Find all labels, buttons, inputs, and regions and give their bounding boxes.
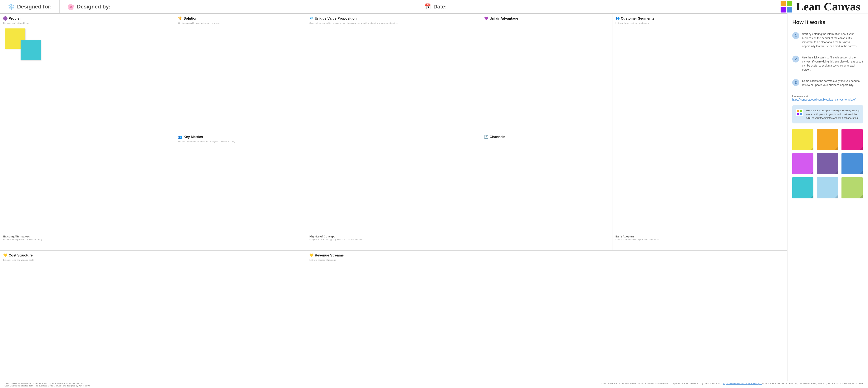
stash-sticky-orange[interactable] xyxy=(817,129,838,150)
designed-by-icon: 🌸 xyxy=(67,3,74,10)
stash-sticky-blue[interactable] xyxy=(841,153,863,174)
footer-right-line2: or send a letter to Creative Commons, 17… xyxy=(762,382,864,385)
problem-header: Problem xyxy=(3,16,172,21)
step-3-text: Come back to the canvas everytime you ne… xyxy=(802,79,863,87)
uvp-header: 💎 Unique Value Proposition xyxy=(309,16,478,21)
key-metrics-title: Key Metrics xyxy=(184,135,203,139)
channels-cell: 🔄 Channels xyxy=(481,132,613,250)
key-metrics-icon: 👥 xyxy=(178,135,182,139)
stash-sticky-purple-light[interactable] xyxy=(792,153,813,174)
step-3: 3 Come back to the canvas everytime you … xyxy=(792,79,863,87)
customer-segments-icon: 👥 xyxy=(616,16,620,21)
unfair-advantage-header: 💜 Unfair Advantage xyxy=(484,16,609,21)
how-it-works-title: How it works xyxy=(792,19,863,25)
cost-structure-title: Cost Structure xyxy=(9,253,33,258)
stash-sticky-light-blue[interactable] xyxy=(817,177,838,199)
canvas-upper-row: Problem List your top 1 - 3 problems. Ex… xyxy=(0,13,787,132)
svg-rect-0 xyxy=(797,110,799,112)
canvas-wrapper: Problem List your top 1 - 3 problems. Ex… xyxy=(0,13,787,381)
conceptboard-icon xyxy=(797,110,803,115)
channels-icon: 🔄 xyxy=(484,135,489,139)
designed-for-label: Designed for: xyxy=(17,4,52,10)
stash-sticky-cyan[interactable] xyxy=(792,177,813,199)
promo-text: Get the full Conceptboard experience by … xyxy=(806,109,860,120)
logo-sq-3 xyxy=(781,7,786,12)
logo-sq-2 xyxy=(787,1,792,6)
revenue-streams-desc: List your sources of revenue. xyxy=(309,259,784,262)
learn-more-prefix: Learn more at xyxy=(792,95,808,98)
designed-for-icon: ❄️ xyxy=(8,3,15,10)
solution-desc: Outline a possible solution for each pro… xyxy=(178,22,303,25)
logo-sq-1 xyxy=(781,1,786,6)
unfair-advantage-cell: 💜 Unfair Advantage xyxy=(481,13,613,132)
date-label: Date: xyxy=(433,4,447,10)
date-icon: 📅 xyxy=(424,3,431,10)
solution-icon: 🏆 xyxy=(178,16,182,21)
footer-right-text: This work is licensed under the Creative… xyxy=(598,382,722,385)
problem-title: Problem xyxy=(9,17,23,21)
cost-structure-header: 💛 Cost Structure xyxy=(3,253,303,258)
revenue-streams-header: 💛 Revenue Streams xyxy=(309,253,784,258)
footer-right: This work is licensed under the Creative… xyxy=(598,382,864,387)
cost-structure-cell: 💛 Cost Structure List your fixed and var… xyxy=(0,250,306,381)
footer-left-line1: "Lean Canvas" is a derivative of "Lean C… xyxy=(4,382,90,385)
customer-segments-title: Customer Segments xyxy=(621,17,654,21)
existing-alternatives-label: Existing Alternatives List how these pro… xyxy=(3,235,43,241)
early-adopters-label: Early Adopters List the characteristics … xyxy=(616,235,659,241)
header: ❄️ Designed for: 🌸 Designed by: 📅 Date: … xyxy=(0,0,868,13)
footer: "Lean Canvas" is a derivative of "Lean C… xyxy=(0,381,868,388)
unfair-advantage-icon: 💜 xyxy=(484,16,489,21)
problem-stickies xyxy=(3,28,172,59)
step-1-text: Start by entering the information about … xyxy=(802,32,863,48)
sticky-stash xyxy=(792,129,863,199)
designed-by-section: 🌸 Designed by: xyxy=(60,0,416,13)
step-1-num: 1 xyxy=(792,32,799,39)
stash-sticky-green[interactable] xyxy=(841,177,863,199)
key-metrics-desc: List the key numbers that tell you how y… xyxy=(178,140,303,143)
app-logo xyxy=(781,1,792,12)
designed-by-label: Designed by: xyxy=(77,4,111,10)
sidebar: How it works 1 Start by entering the inf… xyxy=(787,13,868,381)
customer-segments-cell: 👥 Customer Segments List your target cus… xyxy=(612,13,787,250)
cost-structure-icon: 💛 xyxy=(3,253,7,258)
high-level-concept-label: High-Level Concept List your X for Y ana… xyxy=(309,235,363,241)
stash-sticky-yellow[interactable] xyxy=(792,129,813,150)
cost-structure-desc: List your fixed and variable costs. xyxy=(3,259,303,262)
uvp-cell: 💎 Unique Value Proposition Single, clear… xyxy=(306,13,481,250)
learn-more: Learn more at https://conceptboard.com/b… xyxy=(792,94,863,101)
logo-sq-4 xyxy=(787,7,792,12)
customer-segments-desc: List your target customer and users. xyxy=(616,22,784,25)
key-metrics-header: 👥 Key Metrics xyxy=(178,135,303,139)
footer-right-link[interactable]: http://creativecommons.org/licenses/by-.… xyxy=(723,382,762,385)
svg-rect-1 xyxy=(800,110,802,112)
promo-icon xyxy=(796,109,803,116)
solution-title: Solution xyxy=(184,17,197,21)
solution-header: 🏆 Solution xyxy=(178,16,303,21)
customer-segments-header: 👥 Customer Segments xyxy=(616,16,784,21)
step-2-num: 2 xyxy=(792,56,799,62)
problem-icon xyxy=(3,16,7,21)
channels-header: 🔄 Channels xyxy=(484,135,609,139)
learn-more-link[interactable]: https://conceptboard.com/blog/lean-canva… xyxy=(792,98,856,101)
step-1: 1 Start by entering the information abou… xyxy=(792,32,863,48)
app-title: Lean Canvas xyxy=(796,0,860,13)
unfair-advantage-title: Unfair Advantage xyxy=(490,17,518,21)
designed-for-section: ❄️ Designed for: xyxy=(0,0,60,13)
sticky-cyan[interactable] xyxy=(21,40,41,60)
stash-sticky-purple-dark[interactable] xyxy=(817,153,838,174)
canvas-lower-row: 💛 Cost Structure List your fixed and var… xyxy=(0,250,787,381)
step-2: 2 Use the sticky stash to fill each sect… xyxy=(792,56,863,72)
problem-desc: List your top 1 - 3 problems. xyxy=(3,22,172,25)
uvp-icon: 💎 xyxy=(309,16,314,21)
title-area: Lean Canvas xyxy=(773,0,868,13)
footer-left-line2: "Lean Canvas" is adapted from "The Busin… xyxy=(4,385,90,387)
footer-left: "Lean Canvas" is a derivative of "Lean C… xyxy=(4,382,90,387)
svg-rect-2 xyxy=(797,113,799,115)
svg-rect-3 xyxy=(800,113,802,115)
problem-cell: Problem List your top 1 - 3 problems. Ex… xyxy=(0,13,175,250)
key-metrics-cell: 👥 Key Metrics List the key numbers that … xyxy=(175,132,306,250)
promo-box: Get the full Conceptboard experience by … xyxy=(792,105,863,123)
stash-sticky-pink[interactable] xyxy=(841,129,863,150)
revenue-streams-title: Revenue Streams xyxy=(315,253,344,258)
channels-title: Channels xyxy=(490,135,505,139)
